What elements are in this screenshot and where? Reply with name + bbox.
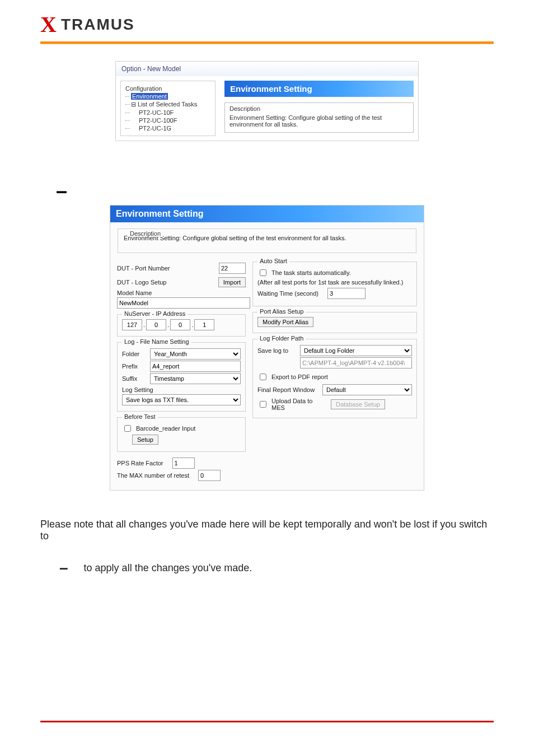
save-log-path [300, 357, 412, 368]
panel-title: Option - New Model [116, 62, 418, 76]
body-text-1: Please note that all changes you've made… [40, 519, 494, 542]
dut-port-label: DUT - Port Number [117, 265, 170, 272]
ip-octet[interactable] [170, 319, 190, 330]
tree-item[interactable]: PT2-UC-1G [123, 124, 213, 132]
log-filename-group-label: Log - File Name Setting [122, 338, 191, 345]
logo-rest: TRAMUS [61, 16, 135, 34]
log-folder-group-label: Log Folder Path [257, 335, 306, 342]
folder-select[interactable]: Year_Month [150, 348, 241, 360]
model-name-input[interactable] [117, 297, 250, 309]
environment-setting-heading: Environment Setting [224, 81, 414, 97]
model-name-label: Model Name [117, 290, 152, 296]
prefix-input[interactable] [150, 361, 241, 372]
description-box: Description Environment Setting: Configu… [224, 102, 414, 133]
option-new-model-panel: Option - New Model Configuration Environ… [115, 61, 419, 141]
auto-start-checkbox[interactable] [260, 269, 266, 276]
final-report-select[interactable]: Default [322, 384, 412, 395]
config-tree: Configuration Environment ⊟ List of Sele… [120, 81, 216, 136]
import-button[interactable]: Import [218, 277, 246, 287]
ip-octet[interactable] [146, 319, 166, 330]
tree-item[interactable]: PT2-UC-10F [123, 109, 213, 116]
nuserver-label: NuServer - IP Address [122, 310, 188, 317]
prefix-label: Prefix [122, 363, 147, 370]
final-report-label: Final Report Window [257, 386, 319, 393]
ip-octet[interactable] [194, 319, 214, 330]
tree-item[interactable]: PT2-UC-100F [123, 116, 213, 124]
suffix-select[interactable]: Timestamp [150, 373, 241, 384]
upload-mes-label: Upload Data to MES [271, 398, 327, 411]
suffix-label: Suffix [122, 375, 147, 382]
dut-logo-label: DUT - Logo Setup [117, 279, 166, 286]
modify-port-alias-button[interactable]: Modify Port Alias [257, 317, 313, 327]
bottom-rule [40, 721, 494, 722]
tree-environment-selected[interactable]: Environment [131, 93, 168, 100]
waiting-input[interactable] [327, 288, 366, 299]
retest-input[interactable] [198, 470, 221, 481]
barcode-checkbox[interactable] [124, 425, 131, 432]
waiting-label: Waiting Time (second) [257, 290, 318, 297]
auto-start-label: The task starts automatically. [271, 269, 351, 276]
save-log-label: Save log to [257, 347, 297, 354]
bullet-dash: – [56, 179, 494, 203]
pps-label: PPS Rate Factor [117, 460, 163, 466]
pps-input[interactable] [172, 458, 195, 469]
logo: X TRAMUS [0, 0, 534, 39]
before-test-group-label: Before Test [122, 413, 157, 420]
description-text: Environment Setting: Configure global se… [229, 114, 409, 128]
auto-start-hint: (After all test ports for 1st task are s… [257, 279, 412, 286]
setup-button[interactable]: Setup [132, 435, 158, 445]
auto-start-group-label: Auto Start [257, 258, 289, 264]
bullet-dash-2: – [59, 559, 68, 577]
barcode-label: Barcode_reader Input [136, 425, 195, 432]
environment-setting-panel: Environment Setting Description Environm… [110, 205, 424, 491]
description-label: Description [229, 105, 409, 112]
save-log-select[interactable]: Default Log Folder [300, 345, 412, 356]
dut-port-input[interactable] [219, 263, 246, 274]
environment-setting-heading-2: Environment Setting [110, 206, 424, 222]
log-setting-select[interactable]: Save logs as TXT files. [122, 394, 241, 405]
upload-mes-checkbox[interactable] [260, 401, 266, 408]
export-pdf-checkbox[interactable] [260, 374, 266, 380]
log-setting-label: Log Setting [122, 386, 153, 393]
folder-label: Folder [122, 351, 147, 357]
database-setup-button[interactable]: Database Setup [331, 399, 385, 409]
tree-list-label[interactable]: ⊟ List of Selected Tasks [131, 101, 197, 108]
description-label: Description [128, 230, 163, 237]
tree-root[interactable]: Configuration [123, 85, 213, 92]
retest-label: The MAX number of retest [117, 472, 189, 479]
logo-x: X [40, 13, 57, 36]
export-pdf-label: Export to PDF report [271, 374, 328, 380]
body-text-2: to apply all the changes you've made. [84, 562, 252, 574]
ip-octet[interactable] [122, 319, 142, 330]
port-alias-group-label: Port Alias Setup [257, 308, 306, 315]
